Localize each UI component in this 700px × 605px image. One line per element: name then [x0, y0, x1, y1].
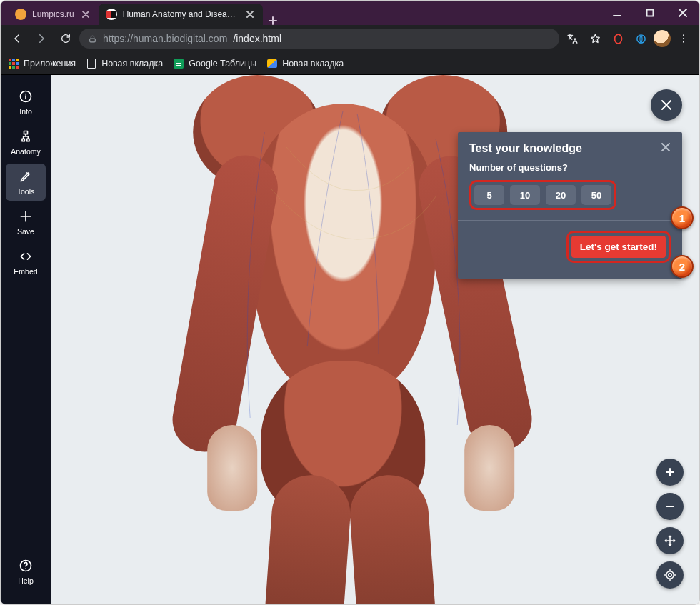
- quiz-panel: Test your knowledge Number of questions?…: [458, 132, 682, 279]
- sidebar-item-info[interactable]: Info: [6, 84, 46, 121]
- svg-point-11: [666, 571, 674, 579]
- browser-window: Lumpics.ru Human Anatomy and Disease in: [0, 0, 700, 605]
- lock-icon: [88, 34, 97, 44]
- svg-point-6: [683, 41, 684, 43]
- option-5[interactable]: 5: [474, 185, 504, 205]
- translate-icon[interactable]: [562, 29, 582, 49]
- app-sidebar: Info Anatomy Tools Save Embed Help: [1, 75, 51, 604]
- code-icon: [18, 249, 34, 264]
- question-count-label: Number of questions?: [469, 162, 671, 173]
- bookmark-apps[interactable]: Приложения: [8, 58, 76, 69]
- tab-title: Human Anatomy and Disease in: [123, 9, 239, 19]
- recenter-button[interactable]: [656, 561, 684, 589]
- help-icon: [18, 558, 34, 574]
- close-panel-button[interactable]: [651, 89, 682, 121]
- bookmark-newtab2[interactable]: Новая вкладка: [266, 58, 344, 69]
- bookmarks-bar: Приложения Новая вкладка Google Таблицы …: [1, 52, 699, 75]
- sidebar-item-label: Info: [19, 107, 32, 116]
- sidebar-item-label: Save: [17, 227, 34, 236]
- svg-point-4: [683, 34, 684, 36]
- zoom-in-button[interactable]: [656, 459, 684, 486]
- bookmark-label: Приложения: [24, 59, 76, 69]
- profile-avatar[interactable]: [654, 30, 671, 47]
- bookmark-label: Google Таблицы: [189, 59, 256, 69]
- tab-strip: Lumpics.ru Human Anatomy and Disease in: [1, 1, 601, 25]
- sidebar-item-save[interactable]: Save: [6, 204, 46, 241]
- start-button[interactable]: Let's get started!: [571, 236, 666, 258]
- sidebar-item-tools[interactable]: Tools: [6, 164, 46, 201]
- forward-button[interactable]: [31, 28, 52, 49]
- sidebar-item-embed[interactable]: Embed: [6, 244, 46, 281]
- window-controls: [601, 1, 699, 25]
- divider: [458, 220, 682, 221]
- favicon-lumpics: [15, 9, 26, 20]
- plus-icon: [18, 209, 34, 224]
- svg-point-10: [669, 574, 672, 577]
- pencil-icon: [18, 169, 34, 184]
- url-host: https://human.biodigital.com: [103, 33, 227, 44]
- star-icon[interactable]: [585, 29, 605, 49]
- close-icon[interactable]: [80, 9, 91, 20]
- titlebar: Lumpics.ru Human Anatomy and Disease in: [1, 1, 699, 25]
- bookmark-newtab1[interactable]: Новая вкладка: [86, 58, 163, 69]
- option-20[interactable]: 20: [546, 185, 576, 205]
- close-icon[interactable]: [661, 142, 671, 152]
- pan-button[interactable]: [656, 527, 684, 554]
- sidebar-item-label: Anatomy: [11, 147, 40, 156]
- panel-title: Test your knowledge: [469, 142, 582, 155]
- bookmark-google-sheets[interactable]: Google Таблицы: [173, 58, 256, 69]
- start-button-highlight: Let's get started!: [566, 231, 671, 263]
- tab-lumpics[interactable]: Lumpics.ru: [8, 4, 99, 25]
- apps-icon: [8, 58, 19, 69]
- sidebar-item-anatomy[interactable]: Anatomy: [6, 124, 46, 161]
- sidebar-item-label: Tools: [17, 187, 35, 196]
- menu-icon[interactable]: [674, 29, 694, 49]
- sidebar-item-label: Help: [18, 576, 34, 585]
- question-count-options: 5 10 20 50: [469, 180, 616, 210]
- bookmark-label: Новая вкладка: [101, 59, 163, 69]
- sidebar-item-label: Embed: [14, 267, 37, 276]
- picture-icon: [266, 58, 278, 69]
- zoom-out-button[interactable]: [656, 493, 684, 520]
- sidebar-item-help[interactable]: Help: [6, 553, 46, 590]
- close-icon[interactable]: [244, 9, 256, 20]
- new-tab-button[interactable]: [263, 16, 283, 25]
- anatomy-viewer[interactable]: Test your knowledge Number of questions?…: [51, 75, 699, 604]
- anatomy-icon: [18, 129, 34, 144]
- globe-ext-icon[interactable]: [631, 29, 651, 49]
- doc-icon: [86, 58, 97, 69]
- favicon-human: [106, 9, 117, 20]
- option-50[interactable]: 50: [581, 185, 611, 205]
- close-button[interactable]: [666, 1, 699, 25]
- sheets-icon: [173, 58, 184, 69]
- info-icon: [18, 89, 34, 104]
- option-10[interactable]: 10: [510, 185, 540, 205]
- tab-human-anatomy[interactable]: Human Anatomy and Disease in: [99, 4, 263, 25]
- opera-ext-icon[interactable]: [608, 29, 628, 49]
- tab-title: Lumpics.ru: [32, 9, 74, 19]
- app-content: Info Anatomy Tools Save Embed Help: [1, 75, 699, 604]
- svg-rect-1: [90, 38, 96, 41]
- omnibox[interactable]: https://human.biodigital.com/index.html: [79, 29, 559, 49]
- callout-badge-2: 2: [671, 255, 694, 278]
- callout-badge-1: 1: [671, 206, 694, 229]
- address-bar: https://human.biodigital.com/index.html: [1, 25, 699, 52]
- svg-point-5: [683, 38, 684, 39]
- reload-button[interactable]: [55, 28, 76, 49]
- back-button[interactable]: [6, 28, 28, 49]
- url-path: /index.html: [233, 33, 281, 44]
- view-controls: [656, 459, 684, 589]
- svg-point-2: [614, 34, 621, 44]
- minimize-button[interactable]: [601, 1, 634, 25]
- bookmark-label: Новая вкладка: [282, 59, 344, 69]
- maximize-button[interactable]: [634, 1, 666, 25]
- svg-rect-0: [647, 10, 654, 16]
